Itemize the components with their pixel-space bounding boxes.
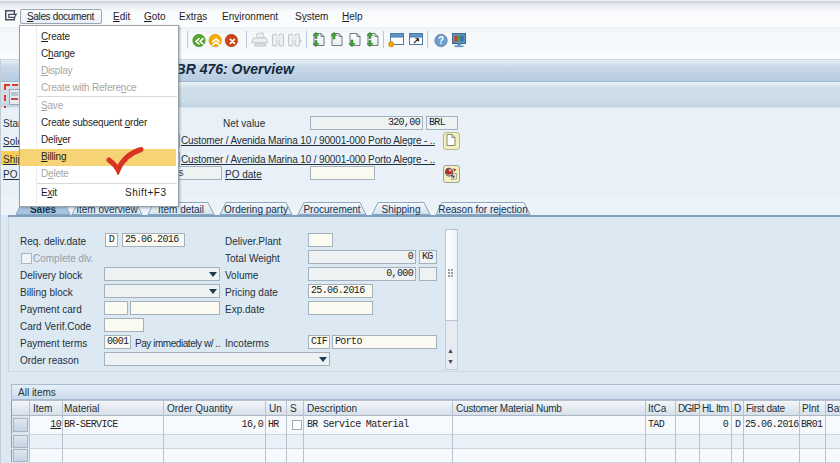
svg-text:Shipping: Shipping	[382, 204, 421, 215]
svg-text:?: ?	[438, 35, 444, 46]
svg-text:Procurement: Procurement	[303, 204, 360, 215]
svg-text:Reason for rejection: Reason for rejection	[438, 204, 528, 215]
svg-text:Ordering party: Ordering party	[224, 204, 288, 215]
